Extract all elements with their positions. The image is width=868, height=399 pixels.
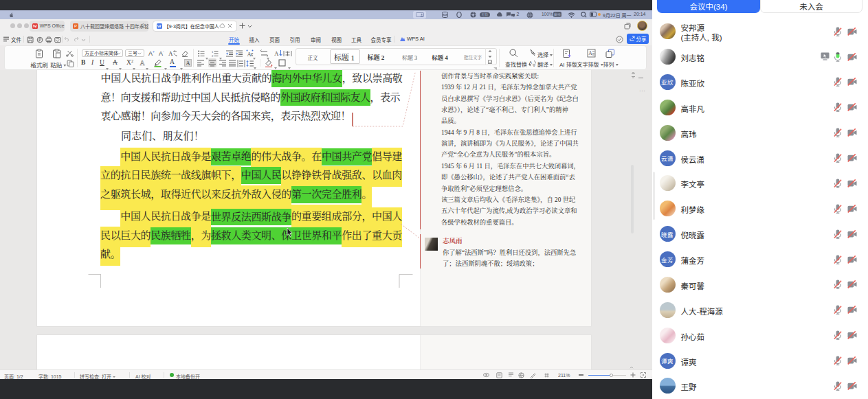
- svg-text:1: 1: [212, 50, 214, 54]
- svg-text:A: A: [588, 50, 592, 56]
- svg-text:A: A: [140, 59, 146, 67]
- svg-text:2: 2: [212, 54, 214, 56]
- svg-text:P: P: [74, 24, 77, 28]
- svg-text:A: A: [168, 50, 173, 57]
- svg-text:A: A: [274, 50, 279, 57]
